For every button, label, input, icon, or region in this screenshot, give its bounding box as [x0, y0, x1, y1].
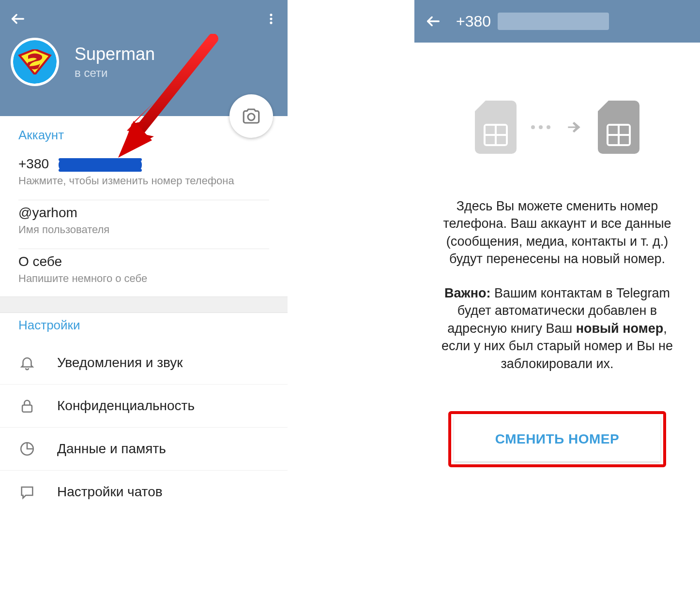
setting-label: Конфиденциальность	[57, 398, 195, 414]
svg-point-1	[270, 14, 272, 16]
settings-section: Настройки Уведомления и звук Конфиденциа…	[0, 313, 288, 513]
top-bar	[0, 0, 288, 38]
top-bar: +380	[414, 0, 700, 43]
phone-row[interactable]: +380 Нажмите, чтобы изменить номер телеф…	[18, 151, 269, 200]
lock-icon	[18, 397, 36, 415]
dots-icon	[531, 125, 550, 129]
phone-value: +380	[18, 156, 269, 172]
bio-row[interactable]: О себе Напишите немного о себе	[18, 249, 269, 296]
info-text: Здесь Вы можете сменить номер телефона. …	[414, 197, 700, 372]
title-redacted	[498, 13, 609, 30]
pie-chart-icon	[18, 440, 36, 458]
settings-section-title: Настройки	[0, 318, 288, 333]
phone-hint: Нажмите, чтобы изменить номер телефона	[18, 175, 269, 187]
change-number-screen: +380 Здесь Вы можете сменить номер телеф…	[414, 0, 700, 593]
profile-row: Superman в сети	[0, 38, 288, 86]
setting-privacy[interactable]: Конфиденциальность	[0, 385, 288, 428]
username-hint: Имя пользователя	[18, 223, 269, 236]
setting-notifications[interactable]: Уведомления и звук	[0, 341, 288, 385]
account-section-title: Аккаунт	[18, 128, 269, 143]
avatar[interactable]	[11, 38, 59, 86]
settings-profile-screen: Superman в сети Аккаунт +380 Нажмите, чт…	[0, 0, 288, 593]
section-divider	[0, 296, 288, 313]
sim-transfer-illustration	[414, 43, 700, 197]
profile-header: Superman в сети	[0, 0, 288, 116]
svg-point-2	[270, 17, 272, 20]
arrow-right-icon	[565, 118, 583, 136]
camera-fab[interactable]	[229, 94, 273, 138]
svg-rect-5	[22, 405, 32, 412]
bio-hint: Напишите немного о себе	[18, 272, 269, 285]
info-paragraph-2: Важно: Вашим контактам в Telegram будет …	[432, 284, 683, 372]
annotation-highlight: СМЕНИТЬ НОМЕР	[448, 411, 666, 467]
screen-title: +380	[456, 13, 609, 30]
change-number-button[interactable]: СМЕНИТЬ НОМЕР	[454, 417, 660, 461]
username-row[interactable]: @yarhom Имя пользователя	[18, 200, 269, 249]
setting-label: Данные и память	[57, 441, 166, 457]
setting-label: Настройки чатов	[57, 484, 163, 500]
sim-card-old-icon	[475, 101, 517, 154]
svg-point-4	[248, 114, 255, 120]
profile-status: в сети	[75, 66, 155, 80]
svg-point-3	[270, 22, 272, 24]
title-prefix: +380	[456, 13, 491, 30]
setting-data[interactable]: Данные и память	[0, 428, 288, 471]
sim-card-new-icon	[598, 101, 639, 154]
profile-name: Superman	[75, 44, 155, 64]
setting-label: Уведомления и звук	[57, 355, 183, 371]
bell-icon	[18, 354, 36, 371]
chat-icon	[18, 483, 36, 501]
info-paragraph-1: Здесь Вы можете сменить номер телефона. …	[432, 197, 683, 268]
phone-prefix: +380	[18, 156, 49, 171]
back-arrow-icon[interactable]	[10, 11, 26, 27]
phone-redacted	[59, 159, 142, 171]
more-vertical-icon[interactable]	[264, 12, 278, 26]
important-label: Важно:	[444, 286, 490, 300]
avatar-image	[13, 40, 57, 84]
bio-label: О себе	[18, 254, 269, 269]
back-arrow-icon[interactable]	[425, 13, 441, 30]
username-value: @yarhom	[18, 205, 269, 221]
setting-chats[interactable]: Настройки чатов	[0, 471, 288, 513]
account-section: Аккаунт +380 Нажмите, чтобы изменить ном…	[0, 116, 288, 296]
